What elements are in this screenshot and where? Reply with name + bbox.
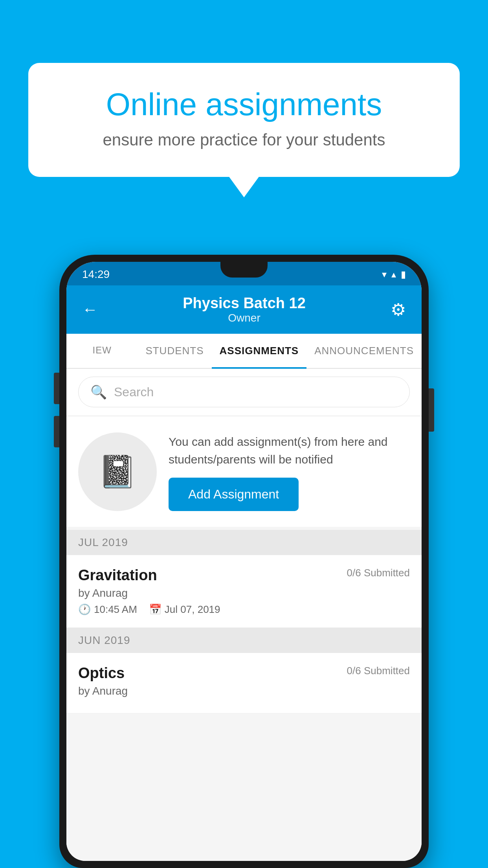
notebook-icon-container: 📓 [78,432,157,511]
assignment-name-optics: Optics [78,665,125,682]
assignment-time: 🕐 10:45 AM [78,603,137,616]
assignment-date: 📅 Jul 07, 2019 [149,603,220,616]
add-assignment-button[interactable]: Add Assignment [169,478,299,511]
volume-up-button [54,373,59,404]
month-header-jul: JUL 2019 [66,530,422,555]
bubble-subtitle: ensure more practice for your students [60,131,428,149]
promo-text: You can add assignment(s) from here and … [169,433,410,468]
assignment-name: Gravitation [78,567,157,584]
settings-icon[interactable]: ⚙ [391,300,406,320]
notch [220,262,268,278]
phone-screen: 14:29 ▾ ▴ ▮ ← Physics Batch 12 Owner ⚙ I… [66,262,422,861]
tab-announcements[interactable]: ANNOUNCEMENTS [306,334,422,368]
assignment-author: by Anurag [78,587,410,600]
power-button [429,388,434,432]
tab-students[interactable]: STUDENTS [138,334,211,368]
assignment-top-optics: Optics 0/6 Submitted [78,665,410,682]
speech-bubble-section: Online assignments ensure more practice … [28,63,460,177]
assignment-submitted-optics: 0/6 Submitted [347,665,410,677]
wifi-icon: ▾ [382,269,387,280]
phone-frame: 14:29 ▾ ▴ ▮ ← Physics Batch 12 Owner ⚙ I… [59,255,429,868]
search-placeholder: Search [114,385,154,399]
main-content: 🔍 Search 📓 You can add assignment(s) fro… [66,369,422,861]
tab-bar: IEW STUDENTS ASSIGNMENTS ANNOUNCEMENTS [66,334,422,369]
clock-icon: 🕐 [78,603,91,616]
calendar-icon: 📅 [149,603,161,616]
assignment-top: Gravitation 0/6 Submitted [78,567,410,584]
assignment-item-optics[interactable]: Optics 0/6 Submitted by Anurag [66,653,422,714]
time-value: 10:45 AM [94,603,137,616]
assignment-meta: 🕐 10:45 AM 📅 Jul 07, 2019 [78,603,410,616]
month-header-jun: JUN 2019 [66,628,422,653]
date-value: Jul 07, 2019 [165,603,220,616]
batch-title: Physics Batch 12 [183,295,306,312]
tab-iew[interactable]: IEW [66,334,138,368]
promo-right: You can add assignment(s) from here and … [169,433,410,511]
back-button[interactable]: ← [82,301,98,318]
assignment-submitted: 0/6 Submitted [347,567,410,579]
batch-role: Owner [183,312,306,324]
volume-down-button [54,416,59,447]
battery-icon: ▮ [401,269,406,280]
signal-icon: ▴ [391,269,396,280]
search-section: 🔍 Search [66,369,422,415]
assignment-author-optics: by Anurag [78,685,410,697]
top-bar-center: Physics Batch 12 Owner [183,295,306,324]
speech-bubble: Online assignments ensure more practice … [28,63,460,177]
add-assignment-promo: 📓 You can add assignment(s) from here an… [66,417,422,527]
bubble-title: Online assignments [60,86,428,123]
search-icon: 🔍 [90,384,107,400]
tab-assignments[interactable]: ASSIGNMENTS [212,334,307,368]
search-bar[interactable]: 🔍 Search [78,377,410,407]
app-top-bar: ← Physics Batch 12 Owner ⚙ [66,285,422,334]
notebook-icon: 📓 [98,453,137,490]
assignment-item-gravitation[interactable]: Gravitation 0/6 Submitted by Anurag 🕐 10… [66,555,422,628]
status-icons: ▾ ▴ ▮ [382,269,406,280]
status-time: 14:29 [82,268,110,281]
